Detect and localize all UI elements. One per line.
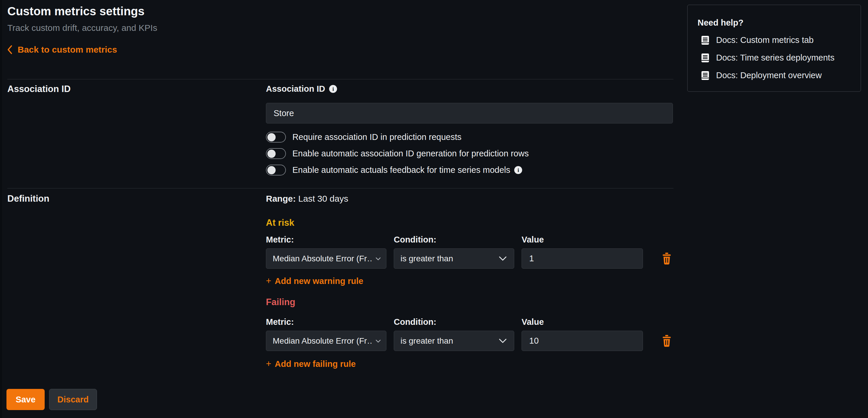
chevron-down-icon — [375, 257, 381, 261]
docs-link-time-series-deployments[interactable]: Docs: Time series deployments — [701, 53, 851, 63]
delete-rule-button[interactable] — [661, 334, 673, 348]
range-value: Last 30 days — [298, 194, 348, 203]
association-toggles: Require association ID in prediction req… — [266, 132, 529, 176]
add-failing-rule-link[interactable]: + Add new failing rule — [266, 359, 356, 369]
condition-select[interactable]: is greater than — [394, 248, 514, 269]
toggle-label: Enable automatic association ID generati… — [292, 149, 529, 158]
range-line: Range: Last 30 days — [266, 194, 348, 204]
association-section-label: Association ID — [7, 84, 70, 94]
need-help-title: Need help? — [698, 18, 851, 28]
toggle-label-text: Enable automatic association ID generati… — [292, 149, 529, 158]
form-actions: Save Discard — [6, 389, 97, 410]
add-failing-rule-label: Add new failing rule — [275, 359, 356, 369]
auto-actuals-feedback-toggle[interactable] — [266, 165, 286, 176]
need-help-links: Docs: Custom metrics tab Docs: Time seri… — [701, 35, 851, 80]
metric-select[interactable]: Median Absolute Error (Fr… — [266, 248, 386, 269]
condition-select-value: is greater than — [401, 254, 453, 263]
failing-group-title: Failing — [266, 297, 295, 307]
range-label: Range: — [266, 194, 296, 203]
chevron-down-icon — [499, 338, 507, 344]
toggle-knob — [268, 133, 276, 141]
docs-link-custom-metrics-tab[interactable]: Docs: Custom metrics tab — [701, 35, 851, 45]
info-icon[interactable]: i — [514, 166, 522, 174]
toggle-row-auto-actuals-feedback: Enable automatic actuals feedback for ti… — [266, 165, 529, 176]
discard-button[interactable]: Discard — [49, 389, 97, 410]
metric-label: Metric: — [266, 235, 386, 245]
toggle-knob — [268, 150, 276, 158]
failing-rule-row: Median Absolute Error (Fr… is greater th… — [266, 331, 674, 351]
chevron-down-icon — [375, 339, 381, 343]
page: { "colors": { "accent_orange": "#f2750c"… — [0, 0, 868, 418]
association-id-field-label: Association ID i — [266, 84, 337, 94]
definition-section-label: Definition — [7, 193, 50, 204]
save-button[interactable]: Save — [6, 389, 45, 410]
left-edge-strip — [0, 0, 2, 418]
auto-association-id-toggle[interactable] — [266, 148, 286, 159]
page-title: Custom metrics settings — [7, 5, 145, 18]
page-subtitle: Track custom drift, accuracy, and KPIs — [7, 23, 157, 33]
value-label: Value — [522, 317, 643, 327]
condition-select-value: is greater than — [401, 336, 453, 346]
plus-icon: + — [266, 276, 271, 286]
toggle-label: Enable automatic actuals feedback for ti… — [292, 165, 522, 175]
chevron-down-icon — [499, 256, 507, 261]
back-link-label: Back to custom metrics — [18, 45, 117, 55]
add-warning-rule-link[interactable]: + Add new warning rule — [266, 276, 363, 286]
metric-select-value: Median Absolute Error (Fr… — [273, 254, 373, 263]
at-risk-rule-row: Median Absolute Error (Fr… is greater th… — [266, 248, 674, 269]
docs-link-label: Docs: Custom metrics tab — [716, 35, 814, 45]
toggle-row-auto-association-id: Enable automatic association ID generati… — [266, 148, 529, 159]
metric-select[interactable]: Median Absolute Error (Fr… — [266, 331, 386, 351]
plus-icon: + — [266, 359, 271, 369]
toggle-label-text: Require association ID in prediction req… — [292, 132, 461, 142]
docs-link-label: Docs: Time series deployments — [716, 53, 835, 63]
value-input[interactable] — [522, 331, 643, 351]
association-id-label-text: Association ID — [266, 84, 325, 94]
chevron-left-icon — [6, 45, 13, 55]
section-divider — [7, 188, 674, 188]
toggle-label-text: Enable automatic actuals feedback for ti… — [292, 165, 510, 175]
info-icon[interactable]: i — [329, 85, 337, 93]
value-input[interactable] — [522, 248, 643, 269]
condition-label: Condition: — [394, 317, 514, 327]
back-to-custom-metrics-link[interactable]: Back to custom metrics — [6, 45, 117, 55]
trash-icon — [662, 335, 672, 347]
toggle-row-require-association-id: Require association ID in prediction req… — [266, 132, 529, 143]
at-risk-group-title: At risk — [266, 217, 294, 228]
condition-select[interactable]: is greater than — [394, 331, 514, 351]
condition-label: Condition: — [394, 235, 514, 245]
value-label: Value — [522, 235, 643, 245]
delete-rule-button[interactable] — [661, 251, 673, 266]
association-id-input[interactable] — [266, 103, 673, 123]
at-risk-rule-labels: Metric: Condition: Value — [266, 235, 674, 245]
add-warning-rule-label: Add new warning rule — [275, 276, 363, 286]
need-help-panel: Need help? Docs: Custom metrics tab Docs… — [687, 5, 861, 92]
book-icon — [701, 71, 709, 80]
book-icon — [701, 54, 709, 62]
docs-link-label: Docs: Deployment overview — [716, 70, 822, 80]
metric-label: Metric: — [266, 317, 386, 327]
book-icon — [701, 36, 709, 45]
toggle-label: Require association ID in prediction req… — [292, 132, 461, 142]
metric-select-value: Median Absolute Error (Fr… — [273, 336, 373, 346]
failing-rule-labels: Metric: Condition: Value — [266, 317, 674, 327]
require-association-id-toggle[interactable] — [266, 132, 286, 143]
trash-icon — [662, 252, 672, 265]
toggle-knob — [268, 166, 276, 174]
docs-link-deployment-overview[interactable]: Docs: Deployment overview — [701, 70, 851, 80]
